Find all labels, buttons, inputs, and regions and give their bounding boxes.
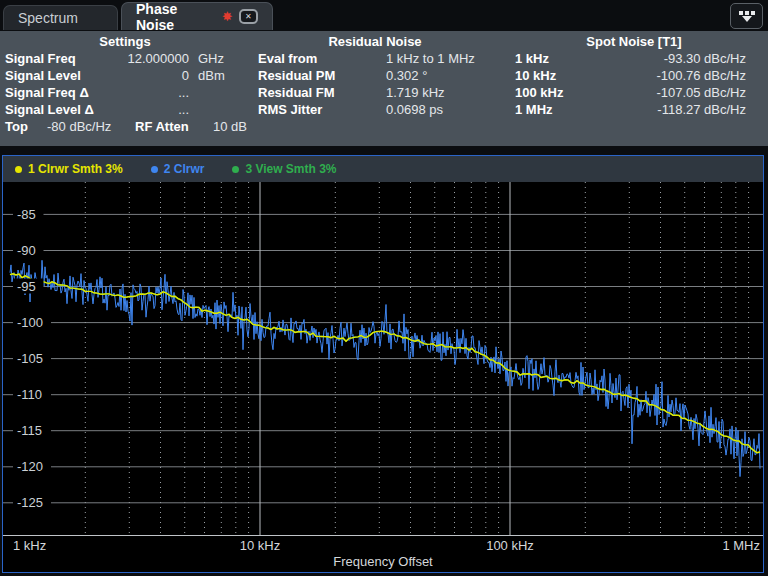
analyzer-screen: { "window": { "tabs": [ { "label": "Spec… <box>0 0 768 576</box>
tab-phase-noise-label: Phase Noise <box>136 1 212 33</box>
x-tick-10khz: 10 kHz <box>240 538 280 553</box>
modified-star-icon: ✸ <box>222 10 233 23</box>
spot-noise-section: Spot Noise [T1] 1 kHz -93.30 dBc/Hz 10 k… <box>500 33 768 146</box>
spot-row-1khz: 1 kHz -93.30 dBc/Hz <box>500 50 768 67</box>
chevron-down-icon <box>742 16 752 22</box>
measurement-header: Settings Signal Freq 12.000000 GHz Signa… <box>0 31 768 146</box>
tab-spectrum-label: Spectrum <box>18 10 78 26</box>
trace-1-dot-icon <box>15 166 22 173</box>
menu-dots-icon <box>739 11 755 15</box>
settings-row-top-rfatten: Top -80 dBc/Hz RF Atten 10 dB <box>0 118 250 135</box>
x-axis-title: Frequency Offset <box>3 554 763 571</box>
trace-2-dot-icon <box>151 166 158 173</box>
settings-row-signal-freq: Signal Freq 12.000000 GHz <box>0 50 250 67</box>
trace-1-label: 1 Clrwr Smth 3% <box>28 162 123 176</box>
chart-area[interactable]: -85-90-95-100-105-110-115-120-125 <box>3 182 763 536</box>
trace-legend-bar: 1 Clrwr Smth 3% 2 Clrwr 3 View Smth 3% <box>3 156 763 182</box>
window-menu-button[interactable] <box>730 3 763 29</box>
x-tick-1khz: 1 kHz <box>13 538 46 553</box>
residual-row-eval-from: Eval from 1 kHz to 1 MHz <box>250 50 500 67</box>
settings-row-signal-level: Signal Level 0 dBm <box>0 67 250 84</box>
settings-section: Settings Signal Freq 12.000000 GHz Signa… <box>0 33 250 146</box>
spot-row-100khz: 100 kHz -107.05 dBc/Hz <box>500 84 768 101</box>
legend-trace-1[interactable]: 1 Clrwr Smth 3% <box>15 162 123 176</box>
svg-text:-100: -100 <box>17 315 43 330</box>
svg-text:-120: -120 <box>17 459 43 474</box>
legend-trace-2[interactable]: 2 Clrwr <box>151 162 205 176</box>
svg-text:-115: -115 <box>17 423 42 438</box>
x-axis-ticks: 1 kHz 10 kHz 100 kHz 1 MHz <box>3 536 763 554</box>
x-tick-100khz: 100 kHz <box>486 538 534 553</box>
spot-row-10khz: 10 kHz -100.76 dBc/Hz <box>500 67 768 84</box>
tab-bar: Spectrum Phase Noise ✸ ✕ <box>0 0 768 30</box>
svg-text:-110: -110 <box>17 387 42 402</box>
spot-row-1mhz: 1 MHz -118.27 dBc/Hz <box>500 101 768 118</box>
residual-row-pm: Residual PM 0.302 ° <box>250 67 500 84</box>
x-tick-1mhz: 1 MHz <box>722 538 760 553</box>
trace-3-dot-icon <box>232 166 239 173</box>
svg-text:-85: -85 <box>17 207 36 222</box>
svg-text:-105: -105 <box>17 351 43 366</box>
phase-noise-plot[interactable]: -85-90-95-100-105-110-115-120-125 <box>3 182 763 536</box>
svg-text:-125: -125 <box>17 495 43 510</box>
legend-trace-3[interactable]: 3 View Smth 3% <box>232 162 336 176</box>
trace-2-label: 2 Clrwr <box>164 162 205 176</box>
residual-row-rms-jitter: RMS Jitter 0.0698 ps <box>250 101 500 118</box>
tab-spectrum[interactable]: Spectrum <box>3 5 118 30</box>
residual-noise-section: Residual Noise Eval from 1 kHz to 1 MHz … <box>250 33 500 146</box>
tab-phase-noise[interactable]: Phase Noise ✸ ✕ <box>121 2 273 30</box>
settings-title: Settings <box>0 33 250 50</box>
spot-noise-title: Spot Noise [T1] <box>500 33 768 50</box>
settings-row-signal-level-delta: Signal Level Δ ... <box>0 101 250 118</box>
svg-text:-90: -90 <box>17 243 36 258</box>
svg-text:-95: -95 <box>17 279 36 294</box>
tab-close-icon[interactable]: ✕ <box>239 9 258 24</box>
phase-noise-diagram-panel: 1 Clrwr Smth 3% 2 Clrwr 3 View Smth 3% -… <box>2 155 764 573</box>
trace-3-label: 3 View Smth 3% <box>245 162 336 176</box>
settings-row-signal-freq-delta: Signal Freq Δ ... <box>0 84 250 101</box>
residual-row-fm: Residual FM 1.719 kHz <box>250 84 500 101</box>
residual-noise-title: Residual Noise <box>250 33 500 50</box>
